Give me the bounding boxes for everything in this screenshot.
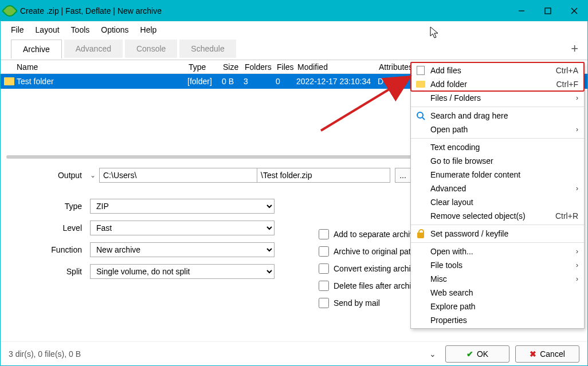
level-select[interactable]: Fast [90,221,275,235]
checkbox-send-mail[interactable] [319,298,329,308]
menu-remove-selected[interactable]: Remove selected object(s)Ctrl+R [411,209,584,223]
cell-name: Test folder [17,77,187,86]
checkbox-add-separate[interactable] [319,229,329,239]
menu-help[interactable]: Help [135,23,163,37]
status-text: 3 dir(s), 0 file(s), 0 B [9,349,426,359]
level-label: Level [12,223,90,233]
function-select[interactable]: New archive [90,242,275,257]
menu-open-with[interactable]: Open with...› [411,245,584,258]
type-label: Type [12,202,90,211]
function-label: Function [12,245,90,254]
close-button[interactable] [561,1,587,21]
titlebar: Create .zip | Fast, Deflate | New archiv… [1,1,587,21]
chevron-right-icon: › [576,247,578,255]
maximize-button[interactable] [535,1,561,21]
type-select[interactable]: ZIP [90,199,275,214]
menu-file-tools[interactable]: File tools› [411,258,584,272]
cell-type: [folder] [187,77,222,86]
footer: 3 dir(s), 0 file(s), 0 B ⌄ ✔OK ✖Cancel [1,341,587,365]
chevron-right-icon: › [576,184,578,192]
col-name[interactable]: Name [17,62,189,72]
cell-folders: 3 [244,77,276,86]
lock-icon [415,229,426,239]
menu-text-encoding[interactable]: Text encoding [411,140,584,154]
col-folders[interactable]: Folders [245,62,277,72]
checkbox-archive-original[interactable] [319,246,329,257]
context-menu: Add filesCtrl+A Add folderCtrl+F Files /… [410,62,585,329]
folder-icon [415,79,426,89]
window-title: Create .zip | Fast, Deflate | New archiv… [20,6,508,15]
menu-enumerate[interactable]: Enumerate folder content [411,168,584,182]
separator [411,242,584,243]
cell-size: 0 B [222,77,244,86]
chevron-right-icon: › [576,125,578,133]
separator [411,225,584,225]
tab-archive[interactable]: Archive [11,40,62,59]
menu-search-drag[interactable]: Search and drag here [411,109,584,123]
cell-files: 0 [276,77,296,86]
app-icon [2,3,18,19]
svg-rect-1 [545,8,551,14]
separator [411,107,584,107]
footer-dropdown[interactable]: ⌄ [426,349,440,359]
folder-icon [4,77,14,85]
menu-layout[interactable]: Layout [30,23,65,37]
menu-clear-layout[interactable]: Clear layout [411,195,584,209]
col-type[interactable]: Type [189,62,223,72]
tabs-row: Archive Advanced Console Schedule + [1,37,587,60]
checkbox-convert-existing[interactable] [319,263,329,274]
tab-advanced[interactable]: Advanced [64,40,123,58]
menu-set-password[interactable]: Set password / keyfile [411,227,584,241]
menu-properties[interactable]: Properties [411,313,584,327]
check-icon: ✔ [467,349,473,359]
menu-web-search[interactable]: Web search [411,286,584,300]
split-select[interactable]: Single volume, do not split [90,264,275,279]
split-label: Split [12,267,90,276]
separator [411,138,584,139]
menubar: File Layout Tools Options Help [1,21,587,37]
browse-button[interactable]: ... [395,168,411,183]
menu-tools[interactable]: Tools [65,23,96,37]
col-attributes[interactable]: Attributes [379,62,413,72]
add-tab-button[interactable]: + [562,41,587,56]
search-icon [415,111,426,121]
menu-open-path[interactable]: Open path› [411,123,584,136]
chevron-right-icon: › [576,94,578,102]
menu-options[interactable]: Options [95,23,134,37]
minimize-button[interactable] [508,1,535,21]
menu-explore-path[interactable]: Explore path [411,300,584,313]
menu-file[interactable]: File [5,23,30,37]
x-icon: ✖ [530,349,536,359]
menu-advanced[interactable]: Advanced› [411,182,584,195]
output-label: Output [12,171,90,180]
output-path-dir[interactable] [99,168,257,183]
cell-modified: 2022-12-17 23:10:34 [296,77,378,86]
menu-files-folders[interactable]: Files / Folders› [411,91,584,105]
svg-line-5 [422,117,425,120]
cancel-button[interactable]: ✖Cancel [515,345,579,363]
chevron-right-icon: › [576,275,578,283]
svg-point-4 [417,112,423,118]
output-history-dropdown[interactable]: ⌄ [90,171,99,179]
output-path-file[interactable] [257,168,390,183]
menu-add-files[interactable]: Add filesCtrl+A [411,64,584,77]
menu-add-folder[interactable]: Add folderCtrl+F [411,77,584,91]
col-modified[interactable]: Modified [297,62,379,72]
menu-misc[interactable]: Misc› [411,272,584,286]
file-icon [415,65,426,76]
checkbox-delete-after[interactable] [319,281,329,291]
col-files[interactable]: Files [277,62,297,72]
ok-button[interactable]: ✔OK [445,345,509,363]
tab-console[interactable]: Console [125,40,177,58]
menu-go-browser[interactable]: Go to file browser [411,154,584,168]
col-size[interactable]: Size [223,62,245,72]
tab-schedule[interactable]: Schedule [179,40,236,58]
cell-attributes: D [378,77,412,86]
chevron-right-icon: › [576,261,578,269]
